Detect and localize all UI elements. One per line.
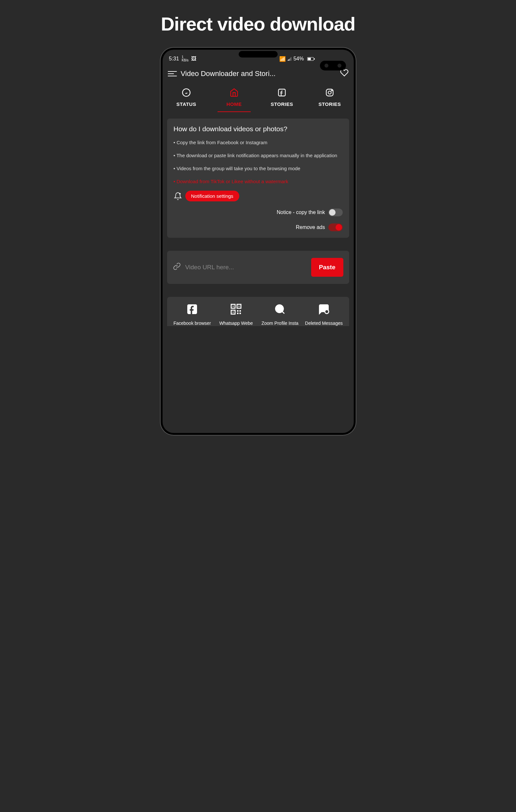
svg-rect-14 bbox=[240, 310, 241, 312]
svg-rect-10 bbox=[233, 306, 234, 307]
svg-point-3 bbox=[328, 91, 331, 94]
instagram-icon bbox=[325, 88, 334, 99]
svg-point-5 bbox=[179, 193, 181, 194]
toggle-notice[interactable] bbox=[328, 208, 343, 216]
battery-icon bbox=[306, 57, 315, 61]
tab-home[interactable]: HOME bbox=[210, 85, 258, 110]
svg-rect-11 bbox=[239, 306, 240, 307]
tool-label: Zoom Profile Insta bbox=[262, 320, 298, 326]
tool-label: Facebook browser bbox=[173, 320, 211, 326]
phone-frame: 5:31 1KB/s 🖼 📶 54% Video Downloader and … bbox=[161, 48, 356, 435]
facebook-icon bbox=[277, 88, 287, 99]
wifi-icon: 📶 bbox=[279, 56, 286, 62]
battery-percent: 54% bbox=[293, 56, 304, 62]
signal-icon bbox=[288, 57, 291, 61]
svg-line-18 bbox=[282, 312, 284, 314]
notification-row: Notification settings bbox=[173, 191, 343, 201]
toggle-notice-label: Notice - copy the link bbox=[277, 209, 325, 215]
picture-icon: 🖼 bbox=[191, 56, 196, 62]
home-icon bbox=[229, 88, 239, 99]
howto-bullet: • Videos from the group will take you to… bbox=[173, 165, 343, 172]
status-kbs: 1KB/s bbox=[182, 56, 189, 62]
toggle-ads-row: Remove ads bbox=[173, 224, 343, 231]
menu-icon[interactable] bbox=[168, 71, 177, 76]
tool-zoom-profile[interactable]: Zoom Profile Insta bbox=[258, 303, 302, 326]
svg-rect-13 bbox=[237, 310, 239, 312]
tab-ig-stories[interactable]: STORIES bbox=[306, 85, 354, 110]
phone-notch bbox=[239, 51, 278, 57]
howto-card: How do I download videos or photos? • Co… bbox=[167, 119, 349, 238]
tool-label: Whatsapp Webe bbox=[219, 320, 253, 326]
howto-title: How do I download videos or photos? bbox=[173, 125, 343, 133]
whatsapp-icon bbox=[182, 88, 191, 99]
toggle-notice-row: Notice - copy the link bbox=[173, 208, 343, 216]
status-time: 5:31 bbox=[169, 56, 179, 62]
zoom-icon bbox=[274, 303, 286, 318]
phone-camera bbox=[320, 61, 346, 70]
bell-icon bbox=[173, 192, 182, 200]
tabs: STATUS HOME STORIES STORIES bbox=[163, 83, 354, 110]
tool-whatsapp-web[interactable]: Whatsapp Webe bbox=[214, 303, 258, 326]
tab-fb-stories[interactable]: STORIES bbox=[258, 85, 306, 110]
facebook-square-icon bbox=[186, 303, 198, 318]
tab-label: STATUS bbox=[176, 102, 196, 107]
svg-rect-15 bbox=[237, 313, 239, 314]
phone-screen: 5:31 1KB/s 🖼 📶 54% Video Downloader and … bbox=[163, 50, 354, 433]
svg-point-21 bbox=[325, 310, 329, 314]
tool-label: Deleted Messages bbox=[305, 320, 343, 326]
howto-bullet: • The download or paste link notificatio… bbox=[173, 152, 343, 160]
svg-point-4 bbox=[331, 90, 332, 91]
notification-settings-button[interactable]: Notification settings bbox=[185, 191, 239, 201]
svg-rect-12 bbox=[233, 312, 234, 313]
tab-label: STORIES bbox=[271, 102, 293, 107]
howto-bullet-red: • Download from TikTok or Likee without … bbox=[173, 178, 343, 185]
tab-label: HOME bbox=[227, 102, 242, 107]
tab-status[interactable]: STATUS bbox=[163, 85, 210, 110]
message-icon bbox=[318, 303, 330, 318]
howto-bullet: • Copy the link from Facebook or Instagr… bbox=[173, 139, 343, 146]
tool-facebook-browser[interactable]: Facebook browser bbox=[170, 303, 214, 326]
url-input[interactable] bbox=[185, 264, 307, 271]
toggle-remove-ads[interactable] bbox=[328, 224, 343, 231]
url-card: Paste bbox=[167, 251, 349, 284]
paste-button[interactable]: Paste bbox=[311, 258, 343, 277]
qr-icon bbox=[230, 303, 242, 318]
svg-point-0 bbox=[182, 89, 190, 96]
tool-deleted-messages[interactable]: Deleted Messages bbox=[302, 303, 346, 326]
page-title: Direct video download bbox=[161, 13, 355, 35]
app-title: Video Downloader and Stori... bbox=[181, 69, 336, 78]
tools-card: Facebook browser Whatsapp Webe Zoom Prof… bbox=[167, 297, 349, 326]
svg-rect-16 bbox=[240, 313, 241, 314]
link-icon bbox=[173, 262, 181, 272]
toggle-ads-label: Remove ads bbox=[296, 225, 325, 230]
tab-label: STORIES bbox=[318, 102, 341, 107]
